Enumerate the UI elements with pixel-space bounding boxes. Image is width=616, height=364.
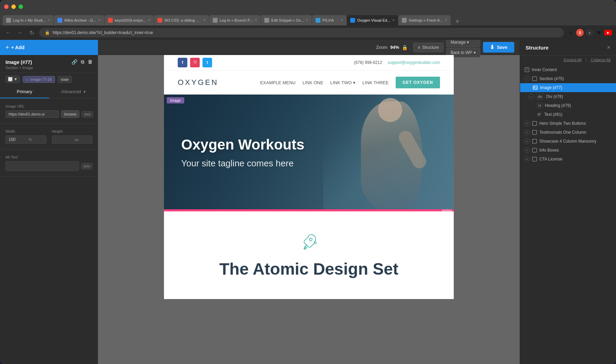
- collapse-all-link[interactable]: Collapse All: [591, 58, 610, 62]
- cta-icon: [532, 156, 537, 162]
- tab-close-8[interactable]: ×: [445, 18, 447, 23]
- ext-icon-4[interactable]: ▶: [604, 30, 612, 35]
- email-address[interactable]: support@oxygenbuilder.com: [388, 60, 440, 65]
- tab-primary[interactable]: Primary: [0, 86, 49, 98]
- close-traffic-light[interactable]: [4, 4, 9, 9]
- link-icon[interactable]: 🔗: [72, 59, 77, 65]
- tab-close-7[interactable]: ×: [392, 18, 395, 23]
- url-input[interactable]: [6, 110, 59, 118]
- tree-item-heading-79[interactable]: H Heading (#79): [520, 101, 616, 110]
- browse-button[interactable]: browse: [61, 110, 79, 118]
- nav-link-one[interactable]: LINK ONE: [302, 80, 323, 85]
- ext-icon-1[interactable]: S: [576, 29, 584, 36]
- nav-example-menu[interactable]: EXAMPLE MENU: [260, 80, 296, 85]
- section-divider: section: [164, 209, 454, 211]
- expand-collapse-row: Expand All | Collapse All: [520, 56, 616, 64]
- tree-item-text-81[interactable]: Text (#81): [520, 110, 616, 119]
- showcase-toggle[interactable]: +: [524, 139, 530, 144]
- add-button[interactable]: + + Add: [6, 44, 24, 51]
- tab-close-2[interactable]: ×: [148, 18, 150, 23]
- tab-2[interactable]: keyot2018.empo... ×: [104, 15, 154, 25]
- back-button[interactable]: ←: [4, 29, 12, 37]
- width-input[interactable]: [6, 136, 26, 143]
- structure-icon: ≡: [418, 45, 420, 50]
- duplicate-icon[interactable]: ⧉: [81, 59, 84, 65]
- id-badge: id image-77-26: [23, 76, 55, 83]
- tree-item-inner-content[interactable]: Inner Content: [520, 65, 616, 74]
- nav-link-three[interactable]: LINK THREE: [362, 80, 388, 85]
- div-toggle[interactable]: −: [528, 94, 534, 99]
- tab-1[interactable]: Wikis Archive - G... ×: [54, 15, 104, 25]
- manage-button[interactable]: Manage ▾: [446, 40, 480, 47]
- plus-icon: +: [6, 44, 9, 51]
- tree-item-testimonials[interactable]: + Testimonials One Column: [520, 128, 616, 137]
- cta-toggle[interactable]: +: [524, 156, 530, 162]
- tree-item-div-78[interactable]: − div Div (#78): [520, 92, 616, 101]
- twitter-icon[interactable]: t: [202, 58, 212, 67]
- tab-close-6[interactable]: ×: [341, 18, 343, 23]
- tab-3[interactable]: W3 CSS: a sliding m... ×: [154, 15, 209, 25]
- alt-text-input[interactable]: [6, 161, 79, 171]
- state-button[interactable]: state: [58, 76, 72, 83]
- refresh-button[interactable]: ↻: [28, 29, 36, 37]
- image-icon: [532, 85, 538, 90]
- tab-7[interactable]: Oxygen Visual Ed... ×: [347, 15, 398, 25]
- url-data-button[interactable]: data: [81, 111, 93, 118]
- tree-item-hero-buttons[interactable]: + Hero Simple Two Buttons: [520, 119, 616, 128]
- section-toggle[interactable]: −: [524, 76, 530, 81]
- ext-icon-2[interactable]: ●: [586, 29, 593, 36]
- testimonials-icon: [532, 130, 537, 135]
- tab-8[interactable]: Settings « Fresh A... ×: [398, 15, 451, 25]
- svg-rect-4: [532, 77, 537, 81]
- address-input[interactable]: 🔒 https://dev01.demo.site/?ct_builder=tr…: [39, 28, 564, 37]
- bookmark-icon[interactable]: ☆: [567, 29, 574, 36]
- device-select[interactable]: ⬜ ▼: [6, 76, 20, 83]
- height-input[interactable]: [52, 136, 73, 143]
- ext-icon-3[interactable]: ⚙: [595, 29, 602, 36]
- inner-content-icon: [524, 67, 530, 73]
- tab-0[interactable]: Log In « My Studi... ×: [3, 15, 54, 25]
- minimize-traffic-light[interactable]: [11, 4, 16, 9]
- structure-button[interactable]: ≡ Structure: [413, 43, 443, 52]
- testimonials-toggle[interactable]: +: [524, 130, 530, 135]
- tree-item-cta-license[interactable]: + CTA License: [520, 155, 616, 164]
- tab-advanced[interactable]: Advanced ▾: [49, 86, 98, 98]
- tab-close-1[interactable]: ×: [98, 18, 101, 23]
- div-icon-badge: div: [536, 94, 544, 99]
- facebook-icon[interactable]: f: [178, 58, 187, 67]
- tab-close-0[interactable]: ×: [48, 18, 50, 23]
- forward-button[interactable]: →: [16, 29, 24, 37]
- section-icon: [532, 76, 537, 81]
- instagram-icon[interactable]: ♡: [190, 58, 200, 67]
- nav-link-two-dropdown[interactable]: LINK TWO ▾: [330, 80, 356, 85]
- svg-rect-10: [532, 121, 537, 125]
- contact-info: (678) 999-8212 support@oxygenbuilder.com: [354, 60, 440, 65]
- expand-all-link[interactable]: Expand All: [564, 58, 582, 62]
- structure-panel-close[interactable]: ×: [607, 44, 610, 51]
- back-to-wp-label: Back to WP: [451, 50, 472, 55]
- new-tab-button[interactable]: +: [452, 18, 462, 25]
- browser-titlebar: [0, 0, 616, 13]
- maximize-traffic-light[interactable]: [19, 4, 23, 9]
- tree-item-info-boxes[interactable]: + Info Boxes: [520, 146, 616, 155]
- save-button[interactable]: ⬇ Save: [483, 42, 514, 53]
- tree-item-showcase[interactable]: + Showcase 4 Column Mansonry: [520, 137, 616, 146]
- info-toggle[interactable]: +: [524, 147, 530, 153]
- zoom-value: 94%: [390, 45, 399, 50]
- hero-toggle[interactable]: +: [524, 121, 530, 126]
- div-78-label: Div (#78): [546, 94, 563, 99]
- tab-close-5[interactable]: ×: [306, 18, 308, 23]
- delete-icon[interactable]: 🗑: [88, 59, 92, 65]
- tab-close-4[interactable]: ×: [255, 18, 257, 23]
- tree-item-section-75[interactable]: − Section (#75): [520, 74, 616, 83]
- tab-6[interactable]: PILVIA ×: [312, 15, 346, 25]
- tab-5[interactable]: Edit Snippet « Ox... ×: [261, 15, 312, 25]
- nav-cta-button[interactable]: GET OXYGEN: [396, 77, 440, 88]
- inner-content-label: Inner Content: [532, 67, 557, 72]
- alt-data-button[interactable]: data: [81, 163, 92, 169]
- alt-text-label: Alt Text: [6, 155, 92, 159]
- lock-icon[interactable]: 🔒: [402, 45, 408, 50]
- tree-item-image-77[interactable]: Image (#77): [520, 83, 616, 92]
- tab-close-3[interactable]: ×: [203, 18, 206, 23]
- tab-4[interactable]: Log In « Brunch P... ×: [209, 15, 261, 25]
